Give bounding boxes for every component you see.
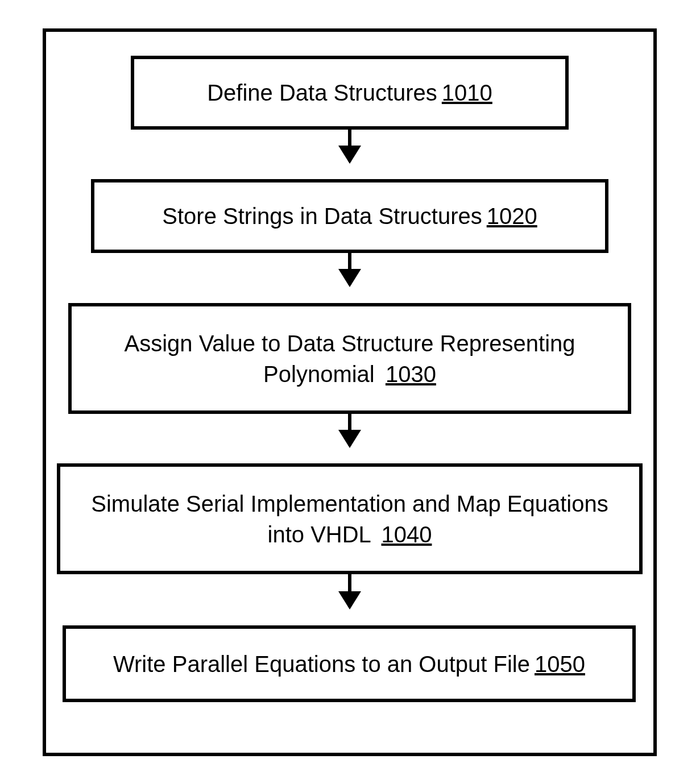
node-label: Define Data Structures	[207, 77, 437, 108]
node-label: Simulate Serial Implementation and Map E…	[91, 491, 608, 547]
flow-node-assign-polynomial: Assign Value to Data Structure Represent…	[68, 303, 631, 414]
node-label: Write Parallel Equations to an Output Fi…	[113, 649, 530, 679]
node-ref: 1050	[535, 649, 585, 679]
arrow-icon	[348, 574, 351, 607]
flow-node-write-output: Write Parallel Equations to an Output Fi…	[63, 625, 636, 702]
arrow-icon	[348, 253, 351, 285]
flow-node-store-strings: Store Strings in Data Structures 1020	[91, 179, 608, 253]
node-ref: 1030	[386, 362, 436, 387]
arrow-icon	[348, 414, 351, 446]
node-ref: 1040	[381, 522, 432, 547]
node-label: Assign Value to Data Structure Represent…	[124, 331, 575, 387]
node-label: Store Strings in Data Structures	[162, 201, 482, 231]
node-ref: 1010	[442, 77, 492, 108]
arrow-icon	[348, 130, 351, 161]
flow-node-simulate-vhdl: Simulate Serial Implementation and Map E…	[57, 463, 643, 574]
flow-node-define-data-structures: Define Data Structures 1010	[131, 56, 569, 130]
node-ref: 1020	[487, 201, 537, 231]
diagram-canvas: Define Data Structures 1010 Store String…	[0, 0, 700, 784]
